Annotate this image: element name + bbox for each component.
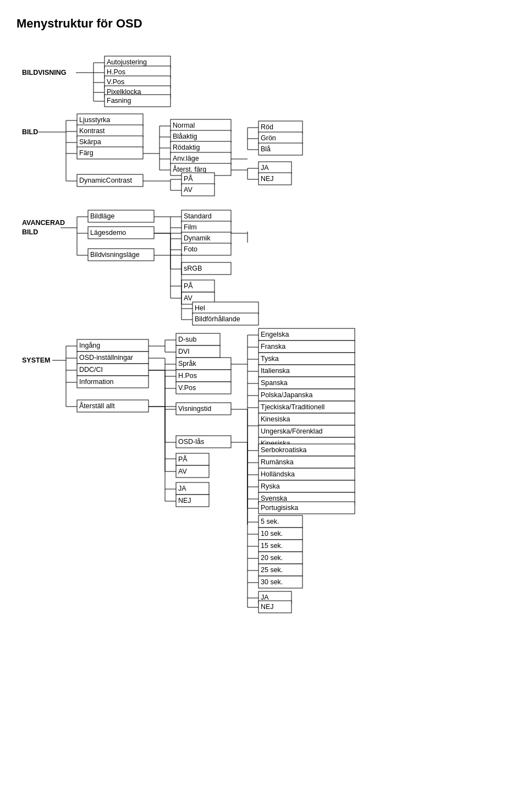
svg-text:Film: Film xyxy=(184,223,197,231)
svg-text:NEJ: NEJ xyxy=(261,175,274,183)
svg-text:Franska: Franska xyxy=(261,343,285,350)
svg-text:DynamicContrast: DynamicContrast xyxy=(79,177,132,184)
svg-text:20 sek.: 20 sek. xyxy=(261,554,283,562)
svg-text:Engelska: Engelska xyxy=(261,331,289,338)
svg-text:Serbokroatiska: Serbokroatiska xyxy=(261,446,306,454)
svg-text:Återst. färg: Återst. färg xyxy=(173,165,206,173)
svg-text:Hel: Hel xyxy=(195,304,205,312)
svg-text:Rumänska: Rumänska xyxy=(261,458,294,466)
svg-text:Anv.läge: Anv.läge xyxy=(173,155,199,162)
osd-menu-diagram: BILDVISNING Autojustering H.Pos V.Pos Pi… xyxy=(16,46,512,805)
svg-text:H.Pos: H.Pos xyxy=(178,372,197,380)
svg-text:5 sek.: 5 sek. xyxy=(261,518,279,525)
svg-text:Visningstid: Visningstid xyxy=(178,405,211,413)
svg-text:DVI: DVI xyxy=(178,348,190,355)
svg-text:AV: AV xyxy=(184,294,193,302)
svg-text:OSD-inställningar: OSD-inställningar xyxy=(79,354,133,361)
svg-text:Ljusstyrka: Ljusstyrka xyxy=(79,116,110,124)
svg-text:JA: JA xyxy=(178,485,186,492)
svg-text:Färg: Färg xyxy=(79,149,94,157)
svg-text:Språk: Språk xyxy=(178,360,196,367)
svg-text:Spanska: Spanska xyxy=(261,379,288,387)
svg-text:Tjeckiska/Traditionell: Tjeckiska/Traditionell xyxy=(261,403,324,411)
svg-text:15 sek.: 15 sek. xyxy=(261,542,283,550)
svg-text:Information: Information xyxy=(79,378,114,386)
svg-text:NEJ: NEJ xyxy=(261,603,274,611)
svg-text:sRGB: sRGB xyxy=(184,265,202,272)
svg-text:Rödaktig: Rödaktig xyxy=(173,144,200,151)
svg-text:Blå: Blå xyxy=(261,145,271,153)
svg-text:30 sek.: 30 sek. xyxy=(261,578,283,586)
svg-text:Fasning: Fasning xyxy=(107,97,131,105)
svg-text:D-sub: D-sub xyxy=(178,336,196,343)
svg-text:Bildförhållande: Bildförhållande xyxy=(195,315,240,323)
svg-text:Bildvisningsläge: Bildvisningsläge xyxy=(90,251,140,259)
svg-text:Röd: Röd xyxy=(261,123,273,131)
svg-text:Holländska: Holländska xyxy=(261,470,295,478)
svg-text:Grön: Grön xyxy=(261,134,276,142)
svg-text:25 sek.: 25 sek. xyxy=(261,566,283,574)
svg-text:Foto: Foto xyxy=(184,245,197,253)
svg-text:BILD: BILD xyxy=(22,128,38,136)
svg-text:Autojustering: Autojustering xyxy=(107,58,147,66)
svg-text:Svenska: Svenska xyxy=(261,495,287,502)
page-title: Menystruktur för OSD xyxy=(16,17,512,31)
svg-text:Polska/Japanska: Polska/Japanska xyxy=(261,391,313,399)
svg-text:Dynamik: Dynamik xyxy=(184,234,211,242)
svg-text:AV: AV xyxy=(178,468,187,475)
svg-text:Återställ allt: Återställ allt xyxy=(79,402,115,410)
svg-text:Kontrast: Kontrast xyxy=(79,127,105,135)
svg-text:Ungerska/Förenklad: Ungerska/Förenklad xyxy=(261,427,323,435)
svg-text:NEJ: NEJ xyxy=(178,497,191,504)
svg-text:OSD-lås: OSD-lås xyxy=(178,438,204,446)
svg-text:PÅ: PÅ xyxy=(178,455,188,463)
svg-text:Skärpa: Skärpa xyxy=(79,138,101,146)
svg-text:Portugisiska: Portugisiska xyxy=(261,504,298,512)
svg-text:V.Pos: V.Pos xyxy=(178,384,196,392)
svg-text:Bildläge: Bildläge xyxy=(90,212,115,220)
svg-text:BILD: BILD xyxy=(22,228,38,236)
svg-text:DDC/CI: DDC/CI xyxy=(79,366,103,374)
svg-text:Tyska: Tyska xyxy=(261,355,279,363)
svg-text:Standard: Standard xyxy=(184,212,212,220)
svg-text:10 sek.: 10 sek. xyxy=(261,530,283,537)
svg-text:Normal: Normal xyxy=(173,122,195,129)
svg-text:Ryska: Ryska xyxy=(261,482,280,490)
svg-text:Kinesiska: Kinesiska xyxy=(261,415,290,423)
svg-text:V.Pos: V.Pos xyxy=(107,78,124,86)
svg-text:JA: JA xyxy=(261,164,269,172)
svg-text:Italienska: Italienska xyxy=(261,367,290,375)
svg-text:PÅ: PÅ xyxy=(184,174,193,183)
svg-text:PÅ: PÅ xyxy=(184,282,193,290)
svg-text:Ingång: Ingång xyxy=(79,342,100,349)
svg-text:H.Pos: H.Pos xyxy=(107,68,125,76)
svg-text:AVANCERAD: AVANCERAD xyxy=(22,219,65,227)
svg-text:Lägesdemo: Lägesdemo xyxy=(90,229,126,237)
svg-text:Blåaktig: Blåaktig xyxy=(173,133,197,140)
svg-text:JA: JA xyxy=(261,594,269,601)
svg-text:AV: AV xyxy=(184,186,193,194)
svg-text:SYSTEM: SYSTEM xyxy=(22,356,50,364)
svg-text:BILDVISNING: BILDVISNING xyxy=(22,69,67,76)
